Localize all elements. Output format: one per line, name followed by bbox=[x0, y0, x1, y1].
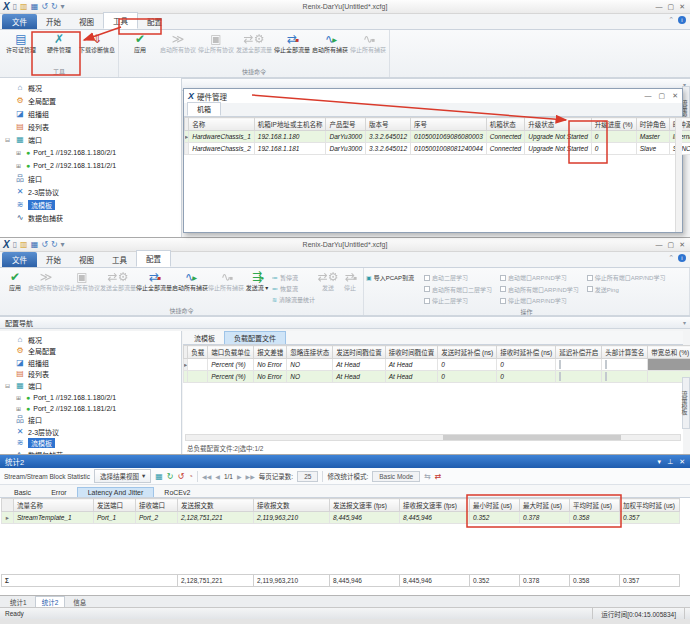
start-all-ports-l2-learning-checkbox[interactable]: 启动所有端口二层学习 bbox=[424, 285, 492, 294]
collapse-icon[interactable]: ⊟ bbox=[5, 382, 12, 389]
tab-file[interactable]: 文件 bbox=[2, 252, 37, 267]
undo-icon[interactable]: ↺ bbox=[41, 241, 48, 249]
apply-button[interactable]: ✔ 应用 bbox=[121, 32, 159, 54]
tree-item-port2[interactable]: ⊞●Port_2 //192.168.1.181/2/1 bbox=[0, 159, 181, 172]
license-manager-button[interactable]: ▤ 许可证管理 bbox=[2, 32, 40, 54]
redo-icon[interactable]: ↻ bbox=[51, 241, 58, 249]
last-page-icon[interactable]: ▶▶ bbox=[246, 473, 255, 480]
undo-icon[interactable]: ↺ bbox=[41, 3, 48, 11]
refresh-icon[interactable]: ↻ bbox=[167, 472, 174, 481]
start-all-arp-nd-learning-checkbox[interactable]: 启动所有端口ARP/ND学习 bbox=[500, 285, 579, 294]
open-file-icon[interactable]: ▥ bbox=[20, 3, 28, 11]
minimize-button[interactable]: — bbox=[656, 3, 663, 11]
tab-start[interactable]: 开始 bbox=[37, 14, 70, 29]
close-button[interactable]: ✕ bbox=[679, 241, 685, 249]
expand-icon[interactable]: ⊞ bbox=[16, 162, 23, 169]
table-view-icon[interactable]: ▦ bbox=[155, 472, 163, 481]
swap-icon[interactable]: ⇆ bbox=[424, 472, 431, 481]
tab-rocev2[interactable]: RoCEv2 bbox=[154, 488, 200, 497]
tab-stream-template[interactable]: 流模板 bbox=[185, 332, 224, 344]
result-type-selector[interactable]: Stream/Stream Block Statistic bbox=[4, 473, 90, 480]
stop-all-arp-nd-learning-checkbox[interactable]: 停止所有端口ARP/ND学习 bbox=[587, 273, 666, 282]
tab-view[interactable]: 视图 bbox=[70, 14, 103, 29]
stop-l2-learning-checkbox[interactable]: 停止二层学习 bbox=[424, 296, 492, 305]
tree-item-overview[interactable]: ⌂概况 bbox=[0, 81, 181, 94]
dock-tab-info[interactable]: 信息 bbox=[67, 597, 92, 607]
redo-icon[interactable]: ↻ bbox=[51, 3, 58, 11]
tree-item-ports[interactable]: ⊟▦端口 bbox=[0, 380, 181, 392]
tree-item-global-config[interactable]: ⚙全局配置 bbox=[0, 94, 181, 107]
header-signature-cell[interactable] bbox=[602, 371, 648, 383]
qat-dropdown-icon[interactable]: ▾ bbox=[61, 241, 65, 249]
ribbon-collapse-icon[interactable]: ⌃ bbox=[668, 16, 674, 24]
close-button[interactable]: ✕ bbox=[672, 92, 678, 100]
stop-all-protocols-button[interactable]: ▣ 停止所有协议 bbox=[197, 32, 235, 54]
tree-item-port1[interactable]: ⊞●Port_1 //192.168.1.180/2/1 bbox=[0, 146, 181, 159]
panel-dropdown-icon[interactable]: ▾ bbox=[658, 458, 662, 466]
start-all-capture-button[interactable]: ∿▶ 启动所有捕获 bbox=[172, 270, 208, 292]
start-arp-nd-learning-checkbox[interactable]: 启动端口ARP/ND学习 bbox=[500, 273, 579, 282]
clear-stats-icon[interactable]: ↺ bbox=[178, 472, 185, 481]
vertical-scrollbar[interactable] bbox=[675, 118, 682, 232]
panel-caret-icon[interactable]: ▾ bbox=[683, 319, 686, 326]
tree-item-protocols[interactable]: ✕2-3层协议 bbox=[0, 426, 181, 438]
tab-tools[interactable]: 工具 bbox=[103, 12, 138, 29]
send-button[interactable]: ⇄⚙ 发送 bbox=[317, 270, 339, 292]
clear-all-stats-icon[interactable]: ◔ bbox=[188, 472, 193, 481]
maximize-button[interactable]: ▢ bbox=[659, 92, 666, 100]
tree-item-global-config[interactable]: ⚙全局配置 bbox=[0, 346, 181, 358]
tree-item-multicast[interactable]: ◪组播组 bbox=[0, 107, 181, 120]
table-row[interactable]: ▸ HardwareChassis_1192.168.1.180DarYu300… bbox=[185, 131, 690, 143]
compare-icon[interactable]: ⇄ bbox=[435, 472, 442, 481]
tab-config[interactable]: 配置 bbox=[138, 14, 171, 29]
expand-icon[interactable]: ⊞ bbox=[16, 149, 23, 156]
send-stream-button[interactable]: ⇶● 发送流 ▾ bbox=[244, 270, 270, 292]
tree-item-multicast[interactable]: ◪组播组 bbox=[0, 357, 181, 369]
maximize-button[interactable]: ▢ bbox=[668, 3, 675, 11]
minimize-button[interactable]: — bbox=[656, 241, 663, 249]
stop-all-traffic-button[interactable]: ⇄■ 停止全部流量 bbox=[136, 270, 172, 292]
tree-item-protocols[interactable]: ✕2-3层协议 bbox=[0, 185, 181, 198]
close-icon[interactable]: ✕ bbox=[679, 458, 685, 466]
tab-view[interactable]: 视图 bbox=[70, 252, 103, 267]
stop-all-capture-button[interactable]: ∿■ 停止所有捕获 bbox=[349, 32, 387, 54]
save-icon[interactable]: ▦ bbox=[31, 3, 39, 11]
table-row[interactable]: HardwareChassis_2192.168.1.181DarYu3000 … bbox=[185, 143, 690, 155]
send-all-traffic-button[interactable]: ⇄⚙ 发送全部流量 bbox=[235, 32, 273, 54]
ribbon-collapse-icon[interactable]: ⌃ bbox=[668, 254, 674, 262]
stop-arp-nd-learning-checkbox[interactable]: 停止端口ARP/ND学习 bbox=[500, 296, 579, 305]
tab-start[interactable]: 开始 bbox=[37, 252, 70, 267]
tree-item-packet-capture[interactable]: ∿数据包捕获 bbox=[0, 211, 181, 224]
new-file-icon[interactable]: ▯ bbox=[13, 241, 17, 249]
expand-icon[interactable]: ⊞ bbox=[16, 405, 23, 412]
maximize-button[interactable]: ▢ bbox=[668, 241, 675, 249]
tree-item-overview[interactable]: ⌂概况 bbox=[0, 334, 181, 346]
tab-tools[interactable]: 工具 bbox=[103, 252, 136, 267]
stop-all-traffic-button[interactable]: ⇄■ 停止全部流量 bbox=[273, 32, 311, 54]
download-diagnostics-button[interactable]: ⇓ 下载诊断信息 bbox=[78, 32, 116, 54]
hardware-manager-button[interactable]: ✗ 硬件管理 bbox=[40, 32, 78, 54]
tree-item-port2[interactable]: ⊞●Port_2 //192.168.1.181/2/1 bbox=[0, 403, 181, 415]
tree-item-segment-list[interactable]: ▤段列表 bbox=[0, 369, 181, 381]
tab-config[interactable]: 配置 bbox=[136, 250, 171, 267]
expand-icon[interactable]: ⊞ bbox=[16, 394, 23, 401]
collapse-icon[interactable]: ⊟ bbox=[5, 136, 12, 143]
stop-all-capture-button[interactable]: ∿■ 停止所有捕获 bbox=[208, 270, 244, 292]
clear-stream-stats-button[interactable]: ≋清除流量统计 bbox=[272, 295, 315, 304]
bandwidth-sum-cell[interactable] bbox=[648, 359, 690, 371]
open-file-icon[interactable]: ▥ bbox=[20, 241, 28, 249]
import-pcap-button[interactable]: ▣ 导入PCAP到流 bbox=[366, 270, 414, 282]
pin-icon[interactable]: ⊥ bbox=[667, 458, 673, 466]
tree-item-interface[interactable]: 品接口 bbox=[0, 172, 181, 185]
table-row[interactable]: ▸ StreamTemplate_1Port_1Port_2 2,128,751… bbox=[2, 512, 680, 524]
dock-tab-right[interactable]: 流量模板 bbox=[682, 377, 690, 429]
minimize-button[interactable]: — bbox=[645, 92, 652, 100]
first-page-icon[interactable]: ◀◀ bbox=[202, 473, 211, 480]
help-icon[interactable]: i bbox=[678, 16, 686, 24]
horizontal-scrollbar[interactable] bbox=[185, 434, 681, 441]
stop-all-protocols-button[interactable]: ▣ 停止所有协议 bbox=[64, 270, 100, 292]
prev-page-icon[interactable]: ◀ bbox=[215, 473, 220, 480]
tab-file[interactable]: 文件 bbox=[2, 14, 37, 29]
stats-mode-select[interactable]: Basic Mode bbox=[372, 471, 420, 482]
send-ping-checkbox[interactable]: 发送Ping bbox=[587, 285, 666, 294]
